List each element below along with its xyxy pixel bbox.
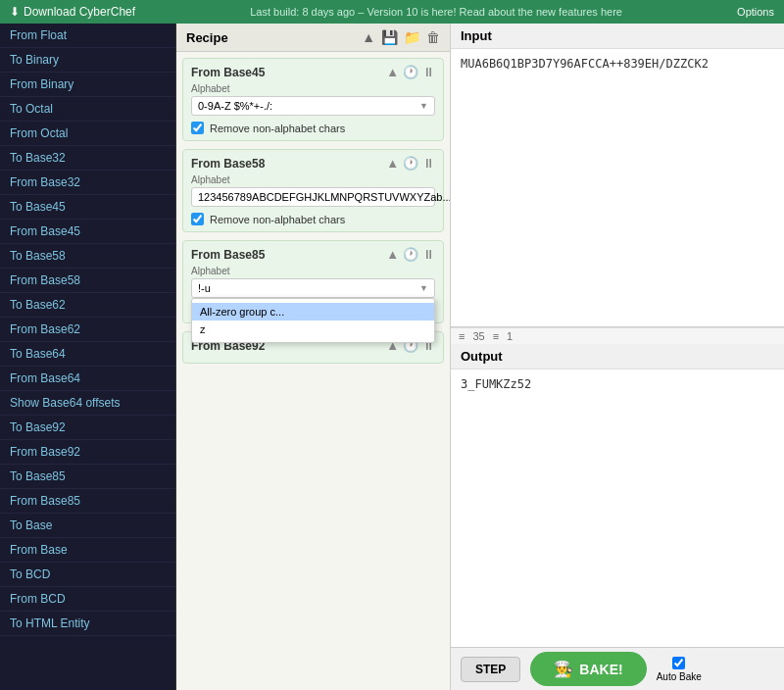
output-section: Output 3_FUMKZz52 — [451, 344, 784, 647]
sidebar: From FloatTo BinaryFrom BinaryTo OctalFr… — [0, 24, 176, 690]
recipe-up-icon[interactable]: ▲ — [362, 29, 375, 45]
sidebar-item-21[interactable]: From Base — [0, 538, 175, 563]
sidebar-item-15[interactable]: Show Base64 offsets — [0, 391, 175, 416]
bottom-bar: STEP 👨‍🍳 BAKE! Auto Bake — [451, 647, 784, 690]
download-label[interactable]: Download CyberChef — [24, 5, 135, 19]
output-value: 3_FUMKZz52 — [461, 377, 531, 391]
remove-label-0: Remove non-alphabet chars — [210, 123, 345, 134]
sidebar-item-1[interactable]: To Binary — [0, 48, 175, 73]
lines-icon: ≡ — [459, 330, 465, 342]
sidebar-item-14[interactable]: From Base64 — [0, 367, 175, 391]
right-panel: Input MUA6B6Q1BP3D7Y96AFCCA++839EH/DZZCK… — [451, 24, 784, 690]
sidebar-item-10[interactable]: From Base58 — [0, 269, 175, 293]
alphabet-wrapper-2: !-uAll-zero group c...z — [191, 278, 435, 298]
step-up-btn-2[interactable]: ▲ — [386, 247, 399, 262]
remove-checkbox-0[interactable] — [191, 122, 204, 134]
download-section[interactable]: ⬇ Download CyberChef — [10, 5, 135, 19]
step-up-btn-1[interactable]: ▲ — [386, 156, 399, 171]
alphabet-value-0: 0-9A-Z $%*+-./: — [198, 100, 272, 112]
dropdown-item-2-0[interactable]: All-zero group c... — [192, 303, 434, 320]
sidebar-item-3[interactable]: To Octal — [0, 97, 175, 122]
alphabet-wrapper-0: 0-9A-Z $%*+-./: — [191, 96, 435, 116]
alphabet-label-1: Alphabet — [191, 174, 435, 185]
remove-label-1: Remove non-alphabet chars — [210, 214, 345, 225]
sidebar-item-20[interactable]: To Base — [0, 514, 175, 538]
step-pause-btn-1[interactable]: ⏸ — [422, 156, 435, 171]
alphabet-dropdown-0[interactable]: 0-9A-Z $%*+-./: — [191, 96, 435, 116]
input-header: Input — [451, 24, 784, 49]
sidebar-item-7[interactable]: To Base45 — [0, 195, 175, 220]
alphabet-wrapper-1: 123456789ABCDEFGHJKLMNPQRSTUVWXYZab... — [191, 187, 435, 207]
sidebar-item-22[interactable]: To BCD — [0, 563, 175, 587]
step-header-2: From Base85▲🕐⏸ — [191, 247, 435, 262]
sidebar-item-4[interactable]: From Octal — [0, 122, 175, 146]
input-area[interactable]: MUA6B6Q1BP3D7Y96AFCCA++839EH/DZZCK2 — [451, 49, 784, 326]
lines-count: 35 — [472, 330, 484, 342]
input-title: Input — [461, 28, 492, 43]
alphabet-label-2: Alphabet — [191, 266, 435, 276]
alphabet-dropdown-2[interactable]: !-u — [191, 278, 435, 298]
step-controls-0: ▲🕐⏸ — [386, 65, 435, 79]
step-clock-btn-1[interactable]: 🕐 — [403, 156, 418, 171]
recipe-step-2: From Base85▲🕐⏸Alphabet!-uAll-zero group … — [182, 240, 444, 323]
sidebar-item-5[interactable]: To Base32 — [0, 146, 175, 171]
step-header-1: From Base58▲🕐⏸ — [191, 156, 435, 171]
sidebar-item-13[interactable]: To Base64 — [0, 342, 175, 367]
sidebar-item-2[interactable]: From Binary — [0, 73, 175, 97]
sidebar-item-0[interactable]: From Float — [0, 24, 175, 48]
alphabet-label-0: Alphabet — [191, 83, 435, 94]
step-title-2: From Base85 — [191, 248, 265, 262]
sidebar-item-8[interactable]: From Base45 — [0, 220, 175, 244]
recipe-title: Recipe — [186, 30, 228, 45]
options-label[interactable]: Options — [737, 6, 774, 18]
bake-label: BAKE! — [579, 662, 622, 677]
remove-row-1: Remove non-alphabet chars — [191, 213, 435, 225]
bake-button[interactable]: 👨‍🍳 BAKE! — [530, 652, 646, 686]
step-controls-2: ▲🕐⏸ — [386, 247, 435, 262]
step-pause-btn-2[interactable]: ⏸ — [422, 247, 435, 262]
dropdown-item-2-1[interactable]: z — [192, 320, 434, 338]
auto-bake-checkbox[interactable] — [672, 657, 685, 669]
recipe-step-1: From Base58▲🕐⏸Alphabet123456789ABCDEFGHJ… — [182, 149, 444, 232]
input-section: Input MUA6B6Q1BP3D7Y96AFCCA++839EH/DZZCK… — [451, 24, 784, 327]
recipe-save-icon[interactable]: 💾 — [381, 29, 398, 45]
remove-checkbox-1[interactable] — [191, 213, 204, 225]
sidebar-item-19[interactable]: From Base85 — [0, 489, 175, 514]
remove-row-0: Remove non-alphabet chars — [191, 122, 435, 134]
output-area[interactable]: 3_FUMKZz52 — [451, 370, 784, 647]
top-bar: ⬇ Download CyberChef Last build: 8 days … — [0, 0, 784, 24]
sidebar-item-24[interactable]: To HTML Entity — [0, 612, 175, 636]
sidebar-item-6[interactable]: From Base32 — [0, 171, 175, 195]
sidebar-item-18[interactable]: To Base85 — [0, 465, 175, 489]
alphabet-value-1: 123456789ABCDEFGHJKLMNPQRSTUVWXYZab... — [198, 191, 450, 203]
build-info: Last build: 8 days ago – Version 10 is h… — [250, 6, 622, 18]
input-value: MUA6B6Q1BP3D7Y96AFCCA++839EH/DZZCK2 — [461, 57, 709, 71]
step-pause-btn-0[interactable]: ⏸ — [422, 65, 435, 79]
sidebar-item-11[interactable]: To Base62 — [0, 293, 175, 318]
sidebar-item-9[interactable]: To Base58 — [0, 244, 175, 269]
sidebar-item-17[interactable]: From Base92 — [0, 440, 175, 465]
alphabet-value-2: !-u — [198, 282, 211, 294]
download-icon: ⬇ — [10, 5, 20, 19]
recipe-trash-icon[interactable]: 🗑 — [426, 29, 440, 45]
recipe-folder-icon[interactable]: 📁 — [404, 29, 420, 45]
dropdown-popup-2: All-zero group c...z — [191, 298, 435, 343]
output-header: Output — [451, 344, 784, 370]
step-button[interactable]: STEP — [461, 657, 520, 682]
stats-bar: ≡ 35 ≡ 1 — [451, 327, 784, 344]
step-title-0: From Base45 — [191, 66, 265, 79]
sidebar-item-12[interactable]: From Base62 — [0, 318, 175, 342]
sidebar-item-23[interactable]: From BCD — [0, 587, 175, 612]
recipe-step-0: From Base45▲🕐⏸Alphabet0-9A-Z $%*+-./:Rem… — [182, 58, 444, 141]
main-layout: From FloatTo BinaryFrom BinaryTo OctalFr… — [0, 24, 784, 690]
sidebar-item-16[interactable]: To Base92 — [0, 416, 175, 440]
step-clock-btn-0[interactable]: 🕐 — [403, 65, 418, 79]
alphabet-dropdown-1[interactable]: 123456789ABCDEFGHJKLMNPQRSTUVWXYZab... — [191, 187, 435, 207]
step-up-btn-0[interactable]: ▲ — [386, 65, 399, 79]
auto-bake-section: Auto Bake — [657, 657, 702, 682]
recipe-panel: Recipe ▲ 💾 📁 🗑 From Base45▲🕐⏸Alphabet0-9… — [176, 24, 451, 690]
step-title-1: From Base58 — [191, 157, 265, 171]
recipe-icons: ▲ 💾 📁 🗑 — [362, 29, 440, 45]
chars-count: 1 — [507, 330, 513, 342]
step-clock-btn-2[interactable]: 🕐 — [403, 247, 418, 262]
